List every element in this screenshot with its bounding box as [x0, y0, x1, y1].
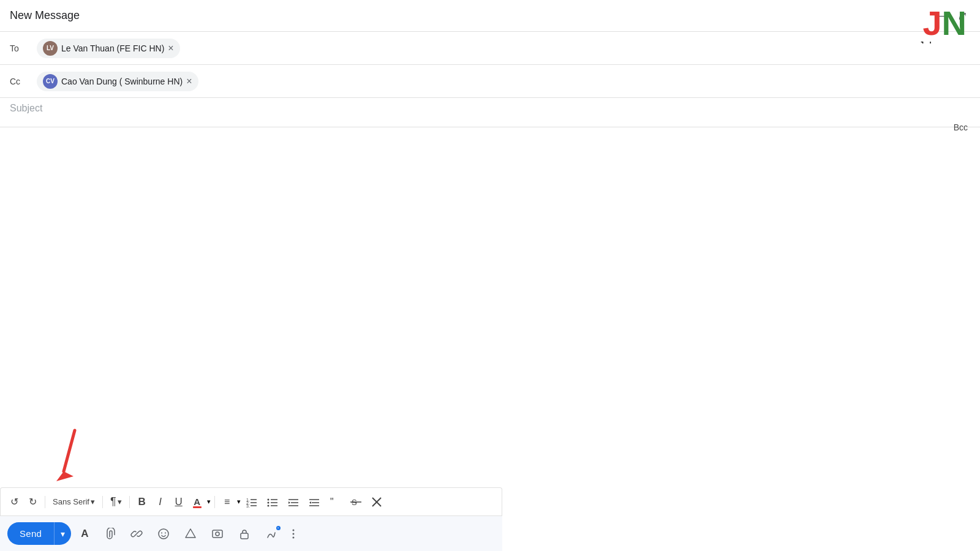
- to-chip-initials: LV: [47, 45, 54, 51]
- attach-button[interactable]: [99, 524, 121, 544]
- font-family-label: Sans Serif: [53, 497, 89, 506]
- to-row: To LV Le Van Thuan (FE FIC HN) ×: [0, 32, 980, 65]
- cc-input[interactable]: [202, 77, 970, 86]
- svg-line-0: [64, 430, 75, 471]
- cc-chip[interactable]: CV Cao Van Dung ( Swinburne HN) ×: [37, 72, 198, 91]
- cc-chip-initials: CV: [46, 78, 55, 84]
- font-family-chevron: ▾: [91, 497, 95, 506]
- to-chip-avatar: LV: [43, 41, 58, 56]
- emoji-button[interactable]: [153, 524, 175, 544]
- svg-point-36: [292, 533, 294, 534]
- red-arrow-annotation: [50, 427, 93, 485]
- italic-button[interactable]: I: [152, 493, 169, 511]
- text-color-chevron[interactable]: ▾: [207, 498, 211, 506]
- toolbar-divider-3: [129, 496, 130, 508]
- toolbar-divider-4: [214, 496, 215, 508]
- redo-button[interactable]: ↻: [24, 493, 41, 511]
- ordered-list-button[interactable]: 1.2.3.: [242, 493, 262, 511]
- outdent-button[interactable]: [284, 493, 303, 511]
- send-button[interactable]: Send: [7, 522, 54, 545]
- bold-button[interactable]: B: [134, 493, 151, 511]
- svg-line-27: [135, 533, 138, 535]
- format-button[interactable]: A: [76, 524, 93, 544]
- svg-text:3.: 3.: [246, 504, 250, 508]
- svg-marker-1: [56, 471, 74, 481]
- svg-marker-21: [309, 501, 311, 504]
- to-chip[interactable]: LV Le Van Thuan (FE FIC HN) ×: [37, 39, 180, 58]
- text-color-label: A: [194, 497, 200, 507]
- font-family-selector[interactable]: Sans Serif ▾: [49, 495, 99, 509]
- align-chevron[interactable]: ▾: [237, 498, 241, 506]
- svg-point-35: [292, 529, 294, 531]
- svg-point-12: [267, 504, 269, 506]
- cc-label: Cc: [10, 77, 32, 86]
- svg-marker-31: [186, 529, 195, 538]
- svg-rect-34: [241, 533, 248, 539]
- align-icon: ≡: [224, 497, 230, 508]
- bcc-label[interactable]: Bcc: [954, 122, 968, 132]
- underline-button[interactable]: U: [170, 493, 187, 511]
- toolbar-divider-1: [45, 496, 45, 508]
- send-button-group: Send ▾: [7, 522, 71, 545]
- send-bar: Send ▾ A: [0, 515, 502, 551]
- align-group: ≡ ▾: [219, 493, 241, 511]
- svg-point-10: [267, 501, 269, 503]
- font-size-icon: ¶: [110, 495, 116, 508]
- compose-area: To LV Le Van Thuan (FE FIC HN) × Cc CV C…: [0, 32, 980, 551]
- cc-chip-remove[interactable]: ×: [186, 77, 192, 86]
- subject-input[interactable]: [10, 103, 970, 114]
- subject-row: [0, 98, 980, 127]
- font-size-selector[interactable]: ¶ ▾: [107, 493, 126, 511]
- svg-point-28: [159, 529, 168, 539]
- send-dropdown-button[interactable]: ▾: [54, 522, 71, 545]
- indent-button[interactable]: [304, 493, 324, 511]
- signature-button[interactable]: •: [260, 524, 282, 544]
- cc-chip-avatar: CV: [43, 74, 58, 89]
- svg-point-8: [267, 498, 269, 500]
- svg-point-37: [292, 536, 294, 538]
- drive-button[interactable]: [179, 524, 202, 544]
- cc-chip-name: Cao Van Dung ( Swinburne HN): [61, 77, 183, 86]
- align-button[interactable]: ≡: [219, 493, 236, 511]
- format-icon: A: [81, 528, 88, 540]
- formatting-toolbar: ↺ ↻ Sans Serif ▾ ¶ ▾ B I U A ▾: [0, 487, 502, 515]
- to-input[interactable]: [184, 43, 970, 53]
- svg-point-29: [161, 532, 162, 533]
- remove-format-button[interactable]: [367, 493, 386, 511]
- svg-text:": ": [330, 497, 334, 507]
- signature-badge: •: [276, 526, 281, 530]
- to-label: To: [10, 43, 32, 53]
- undo-button[interactable]: ↺: [6, 493, 23, 511]
- photo-button[interactable]: [206, 524, 228, 544]
- title-bar: New Message – ⤢: [0, 0, 980, 32]
- toolbar-divider-2: [102, 496, 103, 508]
- svg-point-33: [216, 532, 219, 536]
- svg-point-30: [165, 532, 166, 533]
- more-button[interactable]: [287, 525, 300, 543]
- lock-button[interactable]: [233, 524, 255, 544]
- font-size-chevron: ▾: [118, 497, 122, 506]
- svg-marker-17: [288, 501, 290, 504]
- text-color-indicator: [193, 506, 202, 508]
- bottom-toolbar: ↺ ↻ Sans Serif ▾ ¶ ▾ B I U A ▾: [0, 487, 502, 551]
- unordered-list-button[interactable]: [263, 493, 282, 511]
- strikethrough-button[interactable]: S: [346, 493, 366, 511]
- compose-title: New Message: [10, 9, 80, 22]
- text-color-group: A ▾: [189, 493, 211, 510]
- link-button[interactable]: [126, 524, 148, 544]
- text-color-button[interactable]: A: [189, 493, 206, 510]
- to-chip-remove[interactable]: ×: [168, 43, 173, 53]
- to-chip-name: Le Van Thuan (FE FIC HN): [61, 43, 164, 53]
- blockquote-button[interactable]: ": [325, 493, 345, 511]
- cc-row: Cc CV Cao Van Dung ( Swinburne HN) ×: [0, 65, 980, 98]
- svg-rect-32: [213, 530, 222, 538]
